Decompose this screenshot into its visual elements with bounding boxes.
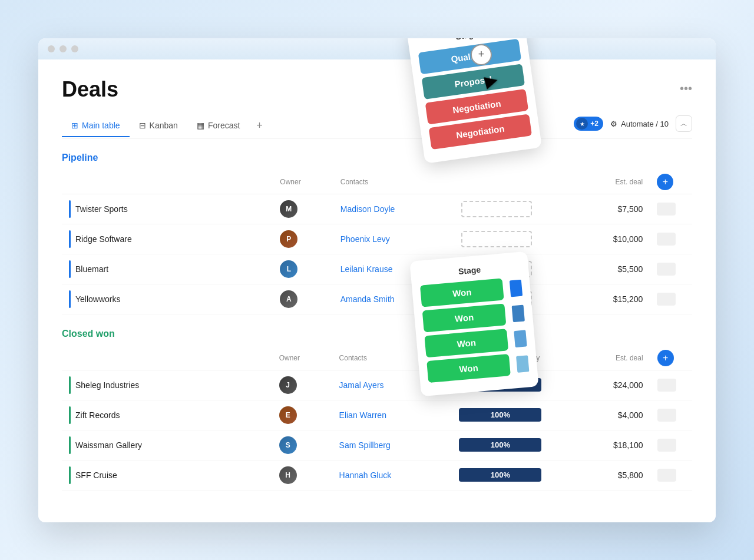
cw-contact-link-2[interactable]: Sam Spillberg <box>339 440 391 450</box>
cw-table-row: SFF Cruise H Hannah Gluck 100% $5,800 <box>62 460 692 490</box>
cw-company-bar-2 <box>69 436 71 454</box>
col-owner-pipeline: Owner <box>273 170 333 194</box>
pipeline-extra-2 <box>657 263 676 276</box>
automate-icon: ⚙ <box>610 120 617 128</box>
stage-option-won-1[interactable]: Won <box>420 278 504 307</box>
cw-table-row: Sheleg Industries J Jamal Ayers 100% $24… <box>62 370 692 400</box>
cw-extra-cell-3 <box>650 460 692 490</box>
pipeline-contact-cell-0: Madison Doyle <box>333 194 454 224</box>
pipeline-owner-cell-3: A <box>273 284 333 314</box>
tabs-bar: ⊞ Main table ⊟ Kanban ▦ Forecast + ★ +2 … <box>62 114 692 138</box>
company-bar-1 <box>69 230 71 248</box>
pipeline-company-cell-0: Twister Sports <box>62 194 273 224</box>
page-title: Deals <box>62 77 118 102</box>
cw-company-cell-0: Sheleg Industries <box>62 370 272 400</box>
stage-row-1: Won <box>420 276 523 307</box>
cw-prob-cell-1: 100% <box>452 400 575 430</box>
cw-company-name-1: Zift Records <box>75 410 120 420</box>
stage-option-won-3[interactable]: Won <box>424 329 508 357</box>
col-company <box>62 170 273 194</box>
pipeline-company-name-1: Ridge Software <box>75 234 132 244</box>
cw-contact-link-3[interactable]: Hannah Gluck <box>339 470 392 480</box>
cw-extra-0 <box>657 379 676 392</box>
more-options-button[interactable]: ••• <box>680 82 692 95</box>
stage-placeholder-1[interactable] <box>461 231 532 247</box>
cw-est-deal-cell-2: $18,100 <box>575 430 650 460</box>
pipeline-est-deal-cell-2: $5,500 <box>574 254 650 284</box>
pipeline-owner-cell-2: L <box>273 254 333 284</box>
cw-extra-1 <box>657 409 676 422</box>
pipeline-extra-1 <box>657 233 676 246</box>
col-owner-cw: Owner <box>272 346 332 370</box>
pipeline-avatar-3: A <box>280 290 297 308</box>
traffic-light-green <box>71 45 78 52</box>
add-tab-button[interactable]: + <box>249 114 270 138</box>
cw-company-name-3: SFF Cruise <box>75 470 117 480</box>
pipeline-est-deal-cell-0: $7,500 <box>574 194 650 224</box>
cw-avatar-3: H <box>279 466 297 484</box>
stage-option-won-2[interactable]: Won <box>422 303 507 332</box>
won-bar-1 <box>510 279 522 297</box>
pipeline-contact-link-3[interactable]: Amanda Smith <box>340 294 395 304</box>
tab-main-table[interactable]: ⊞ Main table <box>62 115 130 137</box>
pipeline-est-deal-0: $7,500 <box>617 204 643 214</box>
stage-option-won-4[interactable]: Won <box>426 354 511 383</box>
plus-add-button[interactable]: + <box>471 44 492 65</box>
pipeline-table-row: Ridge Software P Phoenix Levy $10,000 <box>62 224 692 254</box>
closed-won-section-header: Closed won <box>62 329 692 339</box>
pipeline-company-cell-2: Bluemart <box>62 254 273 284</box>
add-column-cw-button[interactable]: + <box>657 350 674 366</box>
stage-placeholder-0[interactable] <box>461 201 532 217</box>
automate-button[interactable]: ⚙ Automate / 10 <box>610 120 669 128</box>
pipeline-table-row: Twister Sports M Madison Doyle $7,500 <box>62 194 692 224</box>
cw-est-deal-3: $5,800 <box>618 470 643 480</box>
stage-row-3: Won <box>424 327 527 357</box>
pipeline-stage-cell-1[interactable] <box>454 224 575 254</box>
forecast-icon: ▦ <box>197 121 204 130</box>
badge-icon: ★ <box>576 118 588 130</box>
badge-count: +2 <box>590 120 598 128</box>
pipeline-company-name-0: Twister Sports <box>75 204 128 214</box>
badge-group[interactable]: ★ +2 <box>574 117 603 131</box>
main-window: Deals ••• ⊞ Main table ⊟ Kanban ▦ Foreca… <box>38 38 716 522</box>
cw-extra-3 <box>657 469 676 482</box>
pipeline-contact-link-2[interactable]: Leilani Krause <box>340 264 393 274</box>
won-bar-2 <box>512 304 525 322</box>
pipeline-extra-cell-1 <box>650 224 692 254</box>
cw-extra-cell-0 <box>650 370 692 400</box>
pipeline-company-name-2: Bluemart <box>75 264 108 274</box>
stage-row-2: Won <box>422 301 525 332</box>
cw-company-cell-3: SFF Cruise <box>62 460 272 490</box>
cw-contact-link-0[interactable]: Jamal Ayers <box>339 380 384 390</box>
pipeline-contact-link-1[interactable]: Phoenix Levy <box>340 234 390 244</box>
kanban-icon: ⊟ <box>139 121 146 130</box>
won-bar-4 <box>516 354 529 372</box>
cw-contact-link-1[interactable]: Elian Warren <box>339 410 386 420</box>
add-column-pipeline-button[interactable]: + <box>657 174 673 190</box>
cw-prob-bar-1: 100% <box>459 408 541 422</box>
pipeline-stage-cell-0[interactable] <box>454 194 575 224</box>
col-company-cw <box>62 346 272 370</box>
pipeline-table-row: Yellowworks A Amanda Smith $15,200 <box>62 284 692 314</box>
won-bar-3 <box>514 329 527 347</box>
cw-owner-cell-3: H <box>272 460 332 490</box>
pipeline-company-name-3: Yellowworks <box>75 294 121 304</box>
cw-company-cell-1: Zift Records <box>62 400 272 430</box>
pipeline-owner-cell-1: P <box>273 224 333 254</box>
pipeline-contact-link-0[interactable]: Madison Doyle <box>340 204 395 214</box>
stage-popup-bottom: Stage Won Won Won Won <box>409 251 538 396</box>
collapse-button[interactable]: ︿ <box>676 115 692 132</box>
cw-est-deal-2: $18,100 <box>613 440 643 450</box>
cw-contact-cell-3: Hannah Gluck <box>332 460 452 490</box>
pipeline-est-deal-1: $10,000 <box>613 234 643 244</box>
cw-extra-cell-2 <box>650 430 692 460</box>
cw-est-deal-1: $4,000 <box>618 410 643 420</box>
tab-kanban[interactable]: ⊟ Kanban <box>130 115 187 137</box>
cw-company-bar-1 <box>69 406 71 424</box>
stage-row-4: Won <box>426 352 530 383</box>
cw-est-deal-cell-3: $5,800 <box>575 460 650 490</box>
company-bar-2 <box>69 260 71 278</box>
tab-forecast[interactable]: ▦ Forecast <box>187 115 249 137</box>
cw-avatar-2: S <box>279 436 297 454</box>
cw-prob-bar-2: 100% <box>459 438 541 452</box>
